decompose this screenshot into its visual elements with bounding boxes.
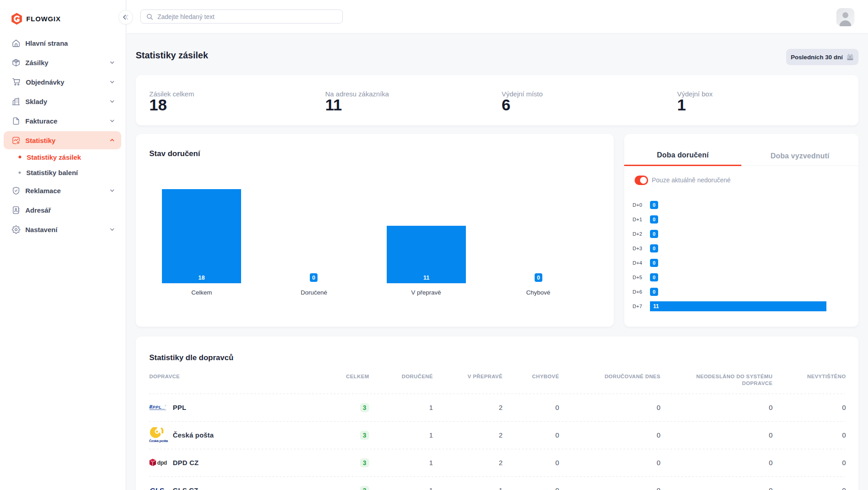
svg-text:PPL: PPL (152, 405, 161, 409)
svg-text:GLS: GLS (150, 486, 164, 490)
svg-text:dpd: dpd (157, 460, 167, 466)
svg-text:Česká pošta: Česká pošta (149, 438, 169, 442)
